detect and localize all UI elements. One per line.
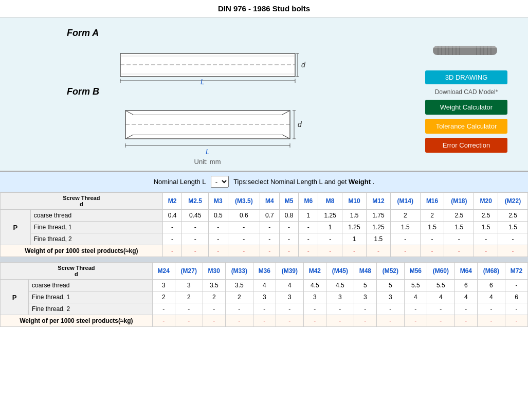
coarse-value: 3 bbox=[152, 280, 175, 291]
btn-error-correction[interactable]: Error Correction bbox=[425, 138, 507, 153]
coarse-thread-label: coarse thread bbox=[30, 210, 162, 222]
col-header-size: M20 bbox=[474, 193, 498, 210]
fine2-value: - bbox=[260, 233, 279, 245]
fine1-value: - bbox=[182, 222, 208, 233]
fine1-value: 1 bbox=[318, 222, 342, 233]
fine1-value: 2 bbox=[203, 291, 225, 303]
weight-value[interactable]: - bbox=[299, 245, 318, 257]
weight-value[interactable]: - bbox=[279, 245, 299, 257]
weight-value[interactable]: - bbox=[208, 245, 228, 257]
weight-value[interactable]: - bbox=[182, 245, 208, 257]
weight-value[interactable]: - bbox=[427, 315, 454, 327]
weight-value[interactable]: - bbox=[505, 315, 527, 327]
fine2-value: - bbox=[203, 303, 225, 315]
fine2-value: - bbox=[505, 303, 527, 315]
weight-value[interactable]: - bbox=[175, 315, 203, 327]
fine2-value: - bbox=[420, 233, 444, 245]
tip-text: Tips:seclect Nominal Length L and get bbox=[233, 178, 347, 186]
weight-value[interactable]: - bbox=[390, 245, 420, 257]
col-header-size: (M68) bbox=[477, 263, 505, 280]
btn-weight-calculator[interactable]: Weight Calculator bbox=[425, 100, 507, 115]
btn-3d-drawing[interactable]: 3D DRAWING bbox=[425, 70, 507, 84]
diagrams-area: Form A d L Form B bbox=[5, 23, 410, 166]
svg-rect-41 bbox=[433, 46, 497, 48]
weight-value[interactable]: - bbox=[276, 315, 303, 327]
col-header-size: M2.5 bbox=[182, 193, 208, 210]
table1-wrapper: Screw ThreaddM2M2.5M3(M3.5)M4M5M6M8M10M1… bbox=[0, 192, 528, 257]
link-cad-model[interactable]: Download CAD Model* bbox=[435, 88, 498, 96]
tip-end: . bbox=[373, 178, 375, 186]
weight-value[interactable]: - bbox=[303, 315, 326, 327]
col-header-size: M36 bbox=[253, 263, 276, 280]
fine-thread-1-label: Fine thread, 1 bbox=[29, 291, 153, 303]
fine2-value: - bbox=[454, 303, 477, 315]
weight-value[interactable]: - bbox=[326, 315, 354, 327]
fine2-value: - bbox=[477, 303, 505, 315]
section-gap bbox=[0, 257, 528, 262]
weight-value[interactable]: - bbox=[342, 245, 367, 257]
weight-value[interactable]: - bbox=[420, 245, 444, 257]
coarse-value: 0.45 bbox=[182, 210, 208, 222]
fine2-value: - bbox=[390, 233, 420, 245]
svg-text:d: d bbox=[301, 61, 306, 69]
weight-value[interactable]: - bbox=[318, 245, 342, 257]
nominal-select[interactable]: - bbox=[211, 176, 229, 188]
coarse-value: 0.8 bbox=[279, 210, 299, 222]
weight-value[interactable]: - bbox=[454, 315, 477, 327]
coarse-value: 0.5 bbox=[208, 210, 228, 222]
coarse-value: 0.6 bbox=[228, 210, 260, 222]
coarse-value: 4 bbox=[253, 280, 276, 291]
weight-value[interactable]: - bbox=[477, 315, 505, 327]
coarse-value: 3.5 bbox=[203, 280, 225, 291]
fine1-value: - bbox=[228, 222, 260, 233]
fine2-value: - bbox=[354, 303, 376, 315]
coarse-value: 0.7 bbox=[260, 210, 279, 222]
weight-value[interactable]: - bbox=[203, 315, 225, 327]
weight-value[interactable]: - bbox=[444, 245, 474, 257]
weight-value[interactable]: - bbox=[404, 315, 427, 327]
p-label-cell: P bbox=[1, 280, 29, 315]
svg-text:L: L bbox=[201, 78, 205, 84]
fine1-value: 1.5 bbox=[498, 222, 528, 233]
svg-text:d: d bbox=[298, 120, 302, 129]
fine2-value: - bbox=[474, 233, 498, 245]
weight-value[interactable]: - bbox=[354, 315, 376, 327]
col-header-size: (M18) bbox=[444, 193, 474, 210]
col-header-size: M48 bbox=[354, 263, 376, 280]
right-panel: 3D DRAWING Download CAD Model* Weight Ca… bbox=[410, 23, 523, 166]
weight-value[interactable]: - bbox=[366, 245, 390, 257]
col-header-size: M72 bbox=[505, 263, 527, 280]
coarse-value: 3.5 bbox=[225, 280, 253, 291]
weight-value[interactable]: - bbox=[376, 315, 404, 327]
coarse-value: 2.5 bbox=[498, 210, 528, 222]
fine-thread-2-label: Fine thread, 2 bbox=[30, 233, 162, 245]
weight-value[interactable]: - bbox=[152, 315, 175, 327]
fine2-value: - bbox=[253, 303, 276, 315]
weight-value[interactable]: - bbox=[260, 245, 279, 257]
fine2-value: - bbox=[427, 303, 454, 315]
coarse-thread-label: coarse thread bbox=[29, 280, 153, 291]
table1: Screw ThreaddM2M2.5M3(M3.5)M4M5M6M8M10M1… bbox=[0, 192, 528, 257]
coarse-value: 1 bbox=[299, 210, 318, 222]
btn-tolerance-calculator[interactable]: Tolerance Calculator bbox=[425, 119, 507, 134]
fine2-value: 1 bbox=[342, 233, 367, 245]
col-header-size: M4 bbox=[260, 193, 279, 210]
coarse-value: - bbox=[505, 280, 527, 291]
weight-value[interactable]: - bbox=[228, 245, 260, 257]
fine1-value: 4 bbox=[477, 291, 505, 303]
weight-value[interactable]: - bbox=[162, 245, 182, 257]
fine2-value: - bbox=[225, 303, 253, 315]
col-header-size: M6 bbox=[299, 193, 318, 210]
fine1-value: 1.25 bbox=[366, 222, 390, 233]
weight-value[interactable]: - bbox=[474, 245, 498, 257]
col-header-size: M5 bbox=[279, 193, 299, 210]
p-label-cell: P bbox=[1, 210, 31, 245]
fine2-value: - bbox=[444, 233, 474, 245]
weight-value[interactable]: - bbox=[498, 245, 528, 257]
fine2-value: - bbox=[228, 233, 260, 245]
page-title: DIN 976 - 1986 Stud bolts bbox=[0, 0, 528, 17]
weight-value[interactable]: - bbox=[253, 315, 276, 327]
col-header-size: (M33) bbox=[225, 263, 253, 280]
col-header-size: M24 bbox=[152, 263, 175, 280]
weight-value[interactable]: - bbox=[225, 315, 253, 327]
